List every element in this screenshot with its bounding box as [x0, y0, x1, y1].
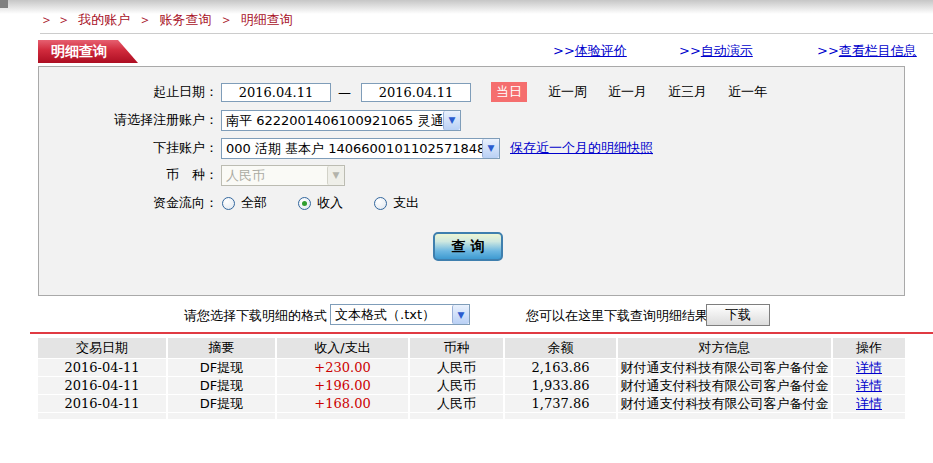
- date-to-input[interactable]: [361, 83, 471, 102]
- link-label: 查看栏目信息: [839, 43, 917, 58]
- download-format-label: 请您选择下载明细的格式: [184, 307, 327, 325]
- footer-cell: [505, 413, 618, 419]
- tab-title: 明细查询: [51, 43, 107, 59]
- breadcrumb-item-account-query[interactable]: 账务查询: [160, 12, 212, 27]
- cell-date: 2016-04-11: [38, 395, 168, 412]
- cell-summary: DF提现: [168, 377, 277, 394]
- register-account-value: 南平 6222001406100921065 灵通卡: [222, 111, 443, 130]
- col-header-date: 交易日期: [38, 338, 168, 358]
- breadcrumb-item-detail-query: 明细查询: [241, 12, 293, 27]
- flow-label: 资金流向：: [39, 194, 218, 212]
- detail-link[interactable]: 详情: [856, 377, 882, 394]
- register-account-label: 请选择注册账户：: [39, 111, 218, 129]
- radio-icon[interactable]: [222, 197, 235, 210]
- radio-label: 收入: [317, 194, 343, 212]
- chevron-down-icon[interactable]: ▼: [482, 139, 499, 158]
- sub-account-row: 下挂账户： 000 活期 基本户 1406600101102571848 ▼ 保…: [39, 137, 904, 159]
- cell-balance: 1,737.86: [505, 395, 618, 412]
- quick-range-week[interactable]: 近一周: [548, 83, 587, 101]
- date-range-row: 起止日期： — 当日 近一周 近一月 近三月 近一年: [39, 81, 904, 103]
- download-row: 请您选择下载明细的格式 文本格式（.txt） ▼ 您可以在这里下载查询明细结果 …: [0, 303, 933, 327]
- cell-action: 详情: [833, 377, 905, 394]
- cell-currency: 人民币: [410, 395, 505, 412]
- link-label: 自动演示: [701, 43, 753, 58]
- snapshot-link[interactable]: 保存近一个月的明细快照: [510, 139, 653, 157]
- detail-link[interactable]: 详情: [856, 395, 882, 412]
- table-row: 2016-04-11 DF提现 +196.00 人民币 1,933.86 财付通…: [38, 377, 905, 394]
- register-account-select[interactable]: 南平 6222001406100921065 灵通卡 ▼: [221, 110, 461, 131]
- date-from-input[interactable]: [221, 83, 331, 102]
- cell-summary: DF提现: [168, 395, 277, 412]
- cell-amount: +168.00: [277, 395, 410, 412]
- flow-option-income[interactable]: 收入: [298, 194, 343, 212]
- quick-range-today[interactable]: 当日: [491, 82, 527, 102]
- link-auto-demo[interactable]: >>自动演示: [679, 42, 753, 60]
- cell-amount: +196.00: [277, 377, 410, 394]
- footer-cell: [168, 413, 277, 419]
- breadcrumb-prefix: ＞ ＞: [40, 12, 70, 27]
- radio-checked-icon[interactable]: [298, 197, 311, 210]
- quick-range-month[interactable]: 近一月: [608, 83, 647, 101]
- download-hint: 您可以在这里下载查询明细结果: [526, 307, 708, 325]
- register-account-row: 请选择注册账户： 南平 6222001406100921065 灵通卡 ▼: [39, 109, 904, 131]
- col-header-balance: 余额: [505, 338, 618, 358]
- footer-cell: [277, 413, 410, 419]
- quick-range-quarter[interactable]: 近三月: [668, 83, 707, 101]
- download-button[interactable]: 下载: [706, 304, 770, 326]
- cell-balance: 1,933.86: [505, 377, 618, 394]
- flow-option-all[interactable]: 全部: [222, 194, 267, 212]
- download-format-select[interactable]: 文本格式（.txt） ▼: [330, 304, 470, 325]
- radio-icon[interactable]: [374, 197, 387, 210]
- cell-action: 详情: [833, 359, 905, 376]
- cell-amount: +230.00: [277, 359, 410, 376]
- link-view-column-info[interactable]: >>查看栏目信息: [817, 42, 917, 60]
- date-range-label: 起止日期：: [39, 83, 218, 101]
- chevron-down-icon[interactable]: ▼: [452, 305, 469, 324]
- breadcrumb-separator: ＞: [220, 12, 233, 27]
- results-table: 交易日期 摘要 收入/支出 币种 余额 对方信息 操作 2016-04-11 D…: [38, 338, 905, 420]
- sub-account-value: 000 活期 基本户 1406600101102571848: [222, 139, 482, 158]
- flow-option-expense[interactable]: 支出: [374, 194, 419, 212]
- tab-detail-query: 明细查询: [38, 40, 138, 63]
- col-header-amount: 收入/支出: [277, 338, 410, 358]
- sub-account-label: 下挂账户：: [39, 139, 218, 157]
- query-button[interactable]: 查 询: [433, 232, 503, 261]
- breadcrumb: ＞ ＞ 我的账户 ＞ 账务查询 ＞ 明细查询: [40, 11, 297, 29]
- cell-summary: DF提现: [168, 359, 277, 376]
- footer-cell: [618, 413, 833, 419]
- col-header-counterparty: 对方信息: [618, 338, 833, 358]
- currency-select: 人民币 ▼: [221, 165, 345, 186]
- cell-counterparty: 财付通支付科技有限公司客户备付金: [618, 395, 833, 412]
- corner-decoration: [0, 0, 8, 8]
- link-prefix: >>: [553, 43, 575, 58]
- sub-account-select[interactable]: 000 活期 基本户 1406600101102571848 ▼: [221, 138, 500, 159]
- breadcrumb-divider: [40, 33, 933, 34]
- chevron-down-icon[interactable]: ▼: [443, 111, 460, 130]
- breadcrumb-item-my-account[interactable]: 我的账户: [78, 12, 130, 27]
- footer-cell: [410, 413, 505, 419]
- cell-counterparty: 财付通支付科技有限公司客户备付金: [618, 359, 833, 376]
- link-prefix: >>: [679, 43, 701, 58]
- radio-label: 支出: [393, 194, 419, 212]
- currency-row: 币 种： 人民币 ▼: [39, 164, 904, 186]
- detail-link[interactable]: 详情: [856, 359, 882, 376]
- cell-balance: 2,163.86: [505, 359, 618, 376]
- quick-range-year[interactable]: 近一年: [728, 83, 767, 101]
- flow-row: 资金流向： 全部 收入 支出: [39, 192, 904, 214]
- section-divider: [30, 332, 933, 334]
- link-experience-review[interactable]: >>体验评价: [553, 42, 627, 60]
- table-footer-strip: [38, 413, 905, 419]
- query-form-panel: 起止日期： — 当日 近一周 近一月 近三月 近一年 请选择注册账户： 南平 6…: [38, 66, 905, 296]
- currency-label: 币 种：: [39, 166, 218, 184]
- radio-label: 全部: [241, 194, 267, 212]
- table-row: 2016-04-11 DF提现 +230.00 人民币 2,163.86 财付通…: [38, 359, 905, 376]
- link-prefix: >>: [817, 43, 839, 58]
- date-dash: —: [338, 85, 351, 100]
- col-header-summary: 摘要: [168, 338, 277, 358]
- cell-counterparty: 财付通支付科技有限公司客户备付金: [618, 377, 833, 394]
- col-header-action: 操作: [833, 338, 905, 358]
- breadcrumb-separator: ＞: [138, 12, 151, 27]
- footer-cell: [833, 413, 905, 419]
- cell-action: 详情: [833, 395, 905, 412]
- footer-cell: [38, 413, 168, 419]
